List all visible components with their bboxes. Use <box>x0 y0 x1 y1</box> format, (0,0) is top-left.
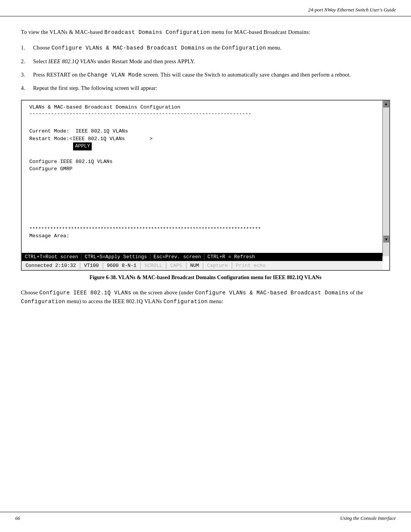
scrollbar-track <box>383 107 389 256</box>
terminal-line-configure-gmrp: Configure GMRP <box>29 165 371 173</box>
page-header: 24-port NWay Ethernet Switch User's Guid… <box>0 0 411 16</box>
terminal-separator: ----------------------------------------… <box>29 111 371 117</box>
terminal-line-restart-mode: Restart Mode:<IEEE 802.1Q VLANs > <box>29 135 371 143</box>
step-num-1: 1. <box>21 43 33 52</box>
terminal-window: ▲ ▼ VLANs & MAC-based Broadcast Domains … <box>21 100 390 271</box>
figure-caption-bold: Figure 6-38. VLANs & MAC-based Broadcast… <box>89 275 321 280</box>
statusbar-esc: Esc=Prev. screen <box>150 254 204 260</box>
page-footer: 66 Using the Console Interface <box>0 512 411 524</box>
step-4: 4. Repeat the first step. The following … <box>21 84 390 93</box>
terminal-line-blank2 <box>29 150 371 158</box>
terminal-title: VLANs & MAC-based Broadcast Domains Conf… <box>29 104 371 110</box>
terminal-statusbar: CTRL+T=Root screen CTRL+S=Apply Settings… <box>22 253 382 261</box>
step-text-2: Select IEEE 802.1Q VLANs under Restart M… <box>33 57 390 66</box>
terminal-line-current-mode: Current Mode: IEEE 802.1Q VLANs <box>29 128 371 135</box>
step-num-4: 4. <box>21 84 33 93</box>
figure-caption: Figure 6-38. VLANs & MAC-based Broadcast… <box>21 275 390 281</box>
step-1: 1. Choose Configure VLANs & MAC-based Br… <box>21 43 390 52</box>
step-num-3: 3. <box>21 70 33 79</box>
step-text-4: Repeat the first step. The following scr… <box>33 84 390 93</box>
statusbar-ctrl-s: CTRL+S=Apply Settings <box>81 254 150 260</box>
status-caps: CAPS <box>166 262 186 269</box>
intro-paragraph: To view the VLANs & MAC-based Broadcast … <box>21 28 390 37</box>
body-paragraph: Choose Configure IEEE 802.1Q VLANs on th… <box>21 288 390 306</box>
terminal-line-blank1 <box>29 120 371 128</box>
header-title: 24-port NWay Ethernet Switch User's Guid… <box>308 7 396 13</box>
status-capture: Capture <box>203 262 232 269</box>
terminal-line-apply: APPLY <box>29 142 371 150</box>
status-vt100: VT100 <box>80 262 103 269</box>
status-scroll: SCROLL <box>141 262 167 269</box>
steps-list: 1. Choose Configure VLANs & MAC-based Br… <box>21 43 390 93</box>
step-text-1: Choose Configure VLANs & MAC-based Broad… <box>33 43 390 52</box>
scrollbar-down-button[interactable]: ▼ <box>383 236 389 243</box>
terminal-body: VLANs & MAC-based Broadcast Domains Conf… <box>22 101 382 253</box>
terminal-stars: ****************************************… <box>29 226 371 232</box>
step-num-2: 2. <box>21 57 33 66</box>
scrollbar-up-button[interactable]: ▲ <box>383 101 389 107</box>
status-num: NUM <box>186 262 203 269</box>
step-text-3: Press RESTART on the Change VLAN Mode sc… <box>33 70 390 79</box>
terminal-message: Message Area: <box>29 233 371 239</box>
step-2: 2. Select IEEE 802.1Q VLANs under Restar… <box>21 57 390 66</box>
statusbar-ctrl-t: CTRL+T=Root screen <box>22 254 81 260</box>
apply-button[interactable]: APPLY <box>73 142 92 150</box>
terminal-line-configure-ieee: Configure IEEE 802.1Q VLANs <box>29 158 371 166</box>
step-3: 3. Press RESTART on the Change VLAN Mode… <box>21 70 390 79</box>
footer-section-title: Using the Console Interface <box>340 515 396 521</box>
statusbar-ctrl-r: CTRL+R = Refresh <box>204 254 258 260</box>
status-baud: 9600 8-N-1 <box>103 262 141 269</box>
footer-page-number: 66 <box>15 515 20 521</box>
scrollbar[interactable]: ▲ ▼ <box>382 101 389 256</box>
main-content: To view the VLANs & MAC-based Broadcast … <box>0 16 411 324</box>
status-print-echo: Print echo <box>232 262 269 269</box>
bottom-statusbar: Connected 2:10:32 VT100 9600 8-N-1 SCROL… <box>22 261 382 270</box>
status-connected: Connected 2:10:32 <box>22 262 80 269</box>
